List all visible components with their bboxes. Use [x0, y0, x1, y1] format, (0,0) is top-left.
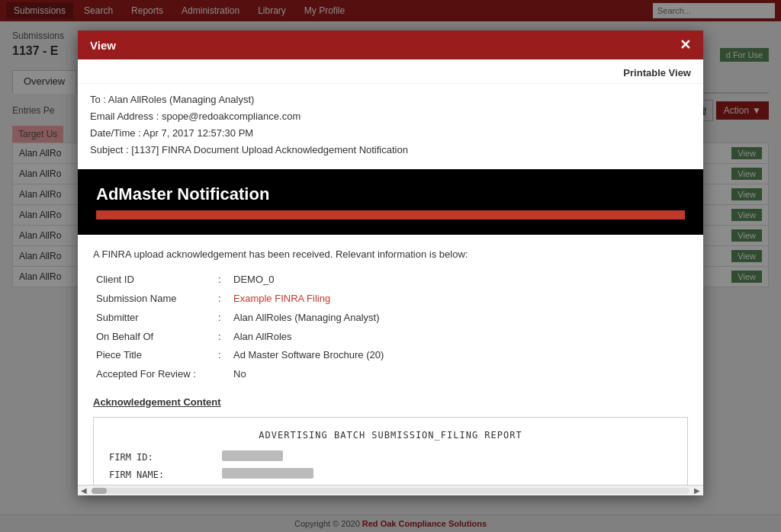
accepted-value: No [230, 365, 688, 384]
admaster-banner: AdMaster Notification [78, 169, 703, 235]
submission-name-row: Submission Name : Example FINRA Filing [93, 290, 688, 309]
submitter-label: Submitter [93, 309, 215, 328]
acknowledgement-title: Acknowledgement Content [93, 395, 688, 411]
email-metadata: To : Alan AllRoles (Managing Analyst) Em… [78, 84, 703, 169]
scroll-right-arrow[interactable]: ▶ [691, 486, 703, 495]
email-subject: Subject : [1137] FINRA Document Upload A… [90, 142, 691, 159]
email-datetime: Date/Time : Apr 7, 2017 12:57:30 PM [90, 125, 691, 142]
client-id-row: Client ID : DEMO_0 [93, 271, 688, 290]
horizontal-scrollbar[interactable]: ◀ ▶ [78, 485, 703, 495]
intro-text: A FINRA upload acknowledgement has been … [93, 247, 688, 263]
modal-header: View ✕ [78, 30, 703, 59]
firm-id-label: FIRM ID: [109, 450, 216, 465]
modal-title: View [90, 39, 116, 52]
modal-dialog: View ✕ Printable View To : Alan AllRoles… [78, 30, 703, 495]
close-icon[interactable]: ✕ [680, 38, 691, 52]
on-behalf-label: On Behalf Of [93, 328, 215, 347]
email-address: Email Address : spope@redoakcompliance.c… [90, 108, 691, 125]
info-table: Client ID : DEMO_0 Submission Name : Exa… [93, 271, 688, 384]
client-id-value: DEMO_0 [230, 271, 688, 290]
accepted-label: Accepted For Review : [93, 365, 230, 384]
scrollbar-track[interactable] [92, 488, 689, 494]
piece-title-row: Piece Title : Ad Master Software Brochur… [93, 346, 688, 365]
scroll-left-arrow[interactable]: ◀ [78, 486, 90, 495]
submission-name-link[interactable]: Example FINRA Filing [233, 293, 330, 304]
firm-id-value [222, 450, 283, 461]
admaster-title: AdMaster Notification [96, 184, 685, 204]
scrollbar-thumb[interactable] [92, 488, 107, 494]
firm-name-value [222, 468, 313, 479]
submitter-row: Submitter : Alan AllRoles (Managing Anal… [93, 309, 688, 328]
batch-report: ADVERTISING BATCH SUBMISSION_FILING REPO… [93, 417, 688, 485]
firm-name-label: FIRM NAME: [109, 468, 216, 482]
piece-title-value: Ad Master Software Brochure (20) [230, 346, 688, 365]
submission-name-value: Example FINRA Filing [230, 290, 688, 309]
modal-overlay[interactable]: View ✕ Printable View To : Alan AllRoles… [0, 0, 781, 532]
submission-name-label: Submission Name [93, 290, 215, 309]
firm-name-field: FIRM NAME: [109, 468, 672, 482]
client-id-label: Client ID [93, 271, 215, 290]
acknowledgement-section: Acknowledgement Content ADVERTISING BATC… [93, 395, 688, 485]
on-behalf-value: Alan AllRoles [230, 328, 688, 347]
batch-report-title: ADVERTISING BATCH SUBMISSION_FILING REPO… [109, 428, 672, 443]
notification-body: A FINRA upload acknowledgement has been … [78, 235, 703, 485]
email-to: To : Alan AllRoles (Managing Analyst) [90, 91, 691, 108]
admaster-red-bar [96, 210, 685, 220]
submitter-value: Alan AllRoles (Managing Analyst) [230, 309, 688, 328]
printable-view-button[interactable]: Printable View [78, 59, 703, 84]
piece-title-label: Piece Title [93, 346, 215, 365]
on-behalf-row: On Behalf Of : Alan AllRoles [93, 328, 688, 347]
firm-id-field: FIRM ID: [109, 450, 672, 465]
modal-body[interactable]: Printable View To : Alan AllRoles (Manag… [78, 59, 703, 485]
accepted-row: Accepted For Review : No [93, 365, 688, 384]
